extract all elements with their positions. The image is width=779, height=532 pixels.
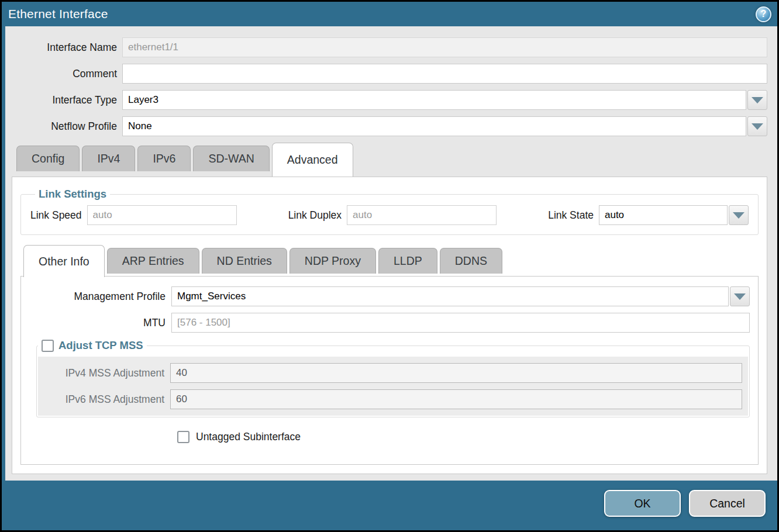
tab-advanced[interactable]: Advanced [272,143,353,177]
management-profile-dropdown[interactable]: Mgmt_Services [171,286,750,306]
mss-disabled-panel: IPv4 MSS Adjustment IPv6 MSS Adjustment [38,357,748,416]
interface-type-dropdown[interactable]: Layer3 [122,90,767,110]
link-state-value[interactable]: auto [599,205,728,225]
dialog-body: Interface Name Comment Interface Type La… [5,26,777,481]
comment-row: Comment [12,64,767,84]
dialog-title: Ethernet Interface [8,7,108,21]
netflow-profile-dropdown[interactable]: None [122,116,767,136]
help-icon[interactable]: ? [756,6,771,22]
cancel-button[interactable]: Cancel [689,490,766,517]
adjust-tcp-mss-legend: Adjust TCP MSS [38,339,147,352]
untagged-subinterface-row: Untagged Subinterface [177,431,750,443]
tab-ddns[interactable]: DDNS [440,248,502,274]
ipv4-mss-input [170,363,742,383]
advanced-sub-tab-strip: Other Info ARP Entries ND Entries NDP Pr… [20,245,759,277]
netflow-profile-row: Netflow Profile None [12,116,767,136]
management-profile-value[interactable]: Mgmt_Services [171,286,729,306]
link-duplex-label: Link Duplex [288,209,347,222]
mtu-input[interactable] [171,313,750,333]
title-bar: Ethernet Interface ? [2,2,777,26]
ipv4-mss-row: IPv4 MSS Adjustment [44,363,742,383]
chevron-down-icon [734,293,746,300]
comment-label: Comment [12,68,122,80]
link-settings-fieldset: Link Settings Link Speed Link Duplex Lin… [20,188,759,235]
management-profile-row: Management Profile Mgmt_Services [29,286,750,306]
interface-type-label: Interface Type [12,94,122,106]
ipv6-mss-label: IPv6 MSS Adjustment [44,393,170,406]
tab-ipv6[interactable]: IPv6 [137,146,191,171]
ok-button[interactable]: OK [604,490,681,517]
chevron-down-icon [752,97,763,103]
comment-input[interactable] [122,64,767,84]
interface-name-input [122,37,767,57]
link-settings-legend: Link Settings [35,188,110,201]
footer-bar: OK Cancel [2,481,777,530]
untagged-subinterface-label: Untagged Subinterface [196,431,301,443]
other-info-panel: Management Profile Mgmt_Services MTU [20,276,759,465]
link-state-group: Link State auto [548,205,749,225]
untagged-subinterface-checkbox[interactable] [177,431,189,443]
interface-type-value[interactable]: Layer3 [122,90,746,110]
main-tab-strip: Config IPv4 IPv6 SD-WAN Advanced [12,143,767,174]
ipv4-mss-label: IPv4 MSS Adjustment [44,367,170,379]
adjust-tcp-mss-label: Adjust TCP MSS [58,339,143,352]
chevron-down-icon [733,212,744,219]
interface-name-row: Interface Name [12,37,767,57]
interface-name-label: Interface Name [12,42,122,54]
link-state-label: Link State [548,209,599,222]
link-duplex-group: Link Duplex [288,205,497,225]
netflow-profile-value[interactable]: None [122,116,746,136]
tab-arp-entries[interactable]: ARP Entries [107,248,199,274]
link-speed-group: Link Speed [30,205,237,225]
adjust-tcp-mss-fieldset: Adjust TCP MSS IPv4 MSS Adjustment IPv6 … [36,339,750,417]
link-duplex-input[interactable] [347,205,497,225]
link-state-dropdown[interactable]: auto [599,205,749,225]
tab-nd-entries[interactable]: ND Entries [202,248,287,274]
adjust-tcp-mss-checkbox[interactable] [42,340,54,352]
tab-config[interactable]: Config [16,146,80,171]
tab-ndp-proxy[interactable]: NDP Proxy [289,248,376,274]
tab-other-info[interactable]: Other Info [23,245,105,277]
interface-type-dropdown-button[interactable] [747,90,767,110]
management-profile-dropdown-button[interactable] [730,286,750,306]
ipv6-mss-row: IPv6 MSS Adjustment [44,389,742,409]
mtu-row: MTU [29,313,750,333]
link-speed-label: Link Speed [30,209,87,222]
netflow-profile-label: Netflow Profile [12,120,122,133]
tab-lldp[interactable]: LLDP [378,248,437,274]
tab-sdwan[interactable]: SD-WAN [193,146,269,171]
link-speed-input[interactable] [87,205,237,225]
netflow-profile-dropdown-button[interactable] [747,116,767,136]
management-profile-label: Management Profile [29,291,171,303]
ipv6-mss-input [170,389,742,409]
ethernet-interface-dialog: Ethernet Interface ? Interface Name Comm… [2,2,777,530]
tab-ipv4[interactable]: IPv4 [82,146,135,171]
interface-type-row: Interface Type Layer3 [12,90,767,110]
link-state-dropdown-button[interactable] [729,205,749,225]
advanced-tab-panel: Link Settings Link Speed Link Duplex Lin… [12,177,767,474]
chevron-down-icon [752,123,763,130]
mtu-label: MTU [29,317,171,329]
